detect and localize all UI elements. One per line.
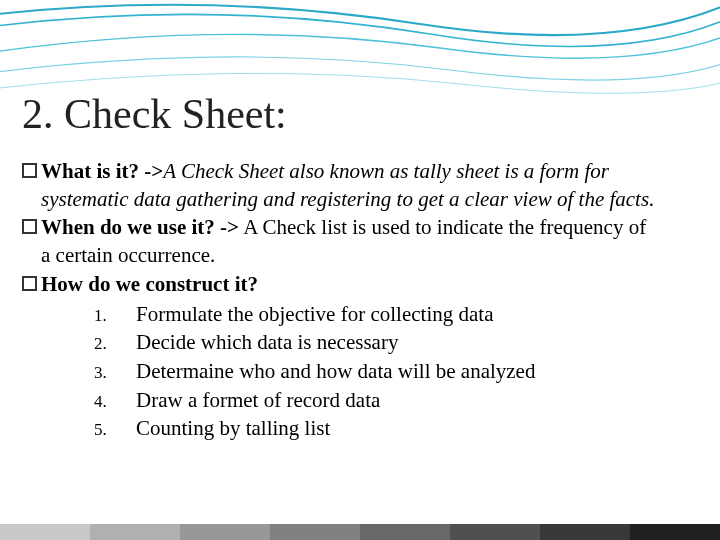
square-bullet-icon xyxy=(22,276,37,291)
step-item: 1. Formulate the objective for collectin… xyxy=(94,301,660,329)
step-text: Counting by talling list xyxy=(136,415,660,443)
bullet-label: How do we construct it? xyxy=(41,272,258,296)
step-item: 2. Decide which data is necessary xyxy=(94,329,660,357)
step-text: Formulate the objective for collecting d… xyxy=(136,301,660,329)
step-item: 3. Determaine who and how data will be a… xyxy=(94,358,660,386)
step-number: 5. xyxy=(94,415,136,443)
step-text: Determaine who and how data will be anal… xyxy=(136,358,660,386)
steps-list: 1. Formulate the objective for collectin… xyxy=(22,301,660,444)
bullet-item: What is it? ->A Check Sheet also known a… xyxy=(22,158,660,213)
slide-body: What is it? ->A Check Sheet also known a… xyxy=(22,158,660,444)
step-number: 2. xyxy=(94,329,136,357)
step-number: 4. xyxy=(94,387,136,415)
footer-strip xyxy=(0,524,720,540)
step-item: 5. Counting by talling list xyxy=(94,415,660,443)
step-text: Draw a formet of record data xyxy=(136,387,660,415)
bullet-item: When do we use it? -> A Check list is us… xyxy=(22,214,660,269)
step-number: 1. xyxy=(94,301,136,329)
step-item: 4. Draw a formet of record data xyxy=(94,387,660,415)
bullet-label: When do we use it? -> xyxy=(41,215,239,239)
square-bullet-icon xyxy=(22,219,37,234)
step-text: Decide which data is necessary xyxy=(136,329,660,357)
square-bullet-icon xyxy=(22,163,37,178)
bullet-item: How do we construct it? xyxy=(22,271,660,299)
slide-title: 2. Check Sheet: xyxy=(22,90,287,138)
bullet-label: What is it? -> xyxy=(41,159,163,183)
step-number: 3. xyxy=(94,358,136,386)
